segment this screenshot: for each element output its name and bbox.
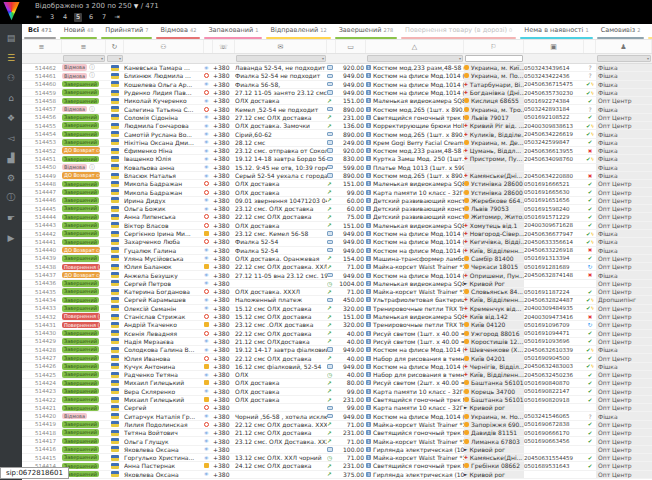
table-row[interactable]: 514456ЗавершенийСоломія Сідоніна✳+38027.… bbox=[22, 114, 652, 122]
ttn-number[interactable]: 20400309473416 bbox=[524, 313, 584, 320]
client-phone[interactable]: +380 bbox=[213, 72, 235, 79]
ttn-number[interactable]: 0501691094471 bbox=[524, 330, 584, 337]
tab-Повернення товару (в дорозі)[interactable]: Повернення товару (в дорозі) 0 bbox=[399, 24, 518, 39]
client-phone[interactable]: +380 bbox=[213, 213, 235, 220]
client-phone[interactable]: +380 bbox=[213, 421, 235, 428]
table-row[interactable]: 514457ВідмоваⓘСалегина Татьяна С...+380К… bbox=[22, 105, 652, 113]
client-phone[interactable]: +380 bbox=[213, 238, 235, 245]
ttn-number[interactable] bbox=[524, 471, 584, 478]
column-product-filter-select[interactable]: ▾ bbox=[367, 55, 463, 62]
column-address-filter-input[interactable] bbox=[465, 55, 523, 62]
warehouse-icon[interactable]: ⌂ bbox=[2, 88, 20, 107]
ttn-number[interactable]: 20450633356614 bbox=[524, 238, 584, 245]
ttn-number[interactable]: 20450636677947 bbox=[524, 230, 584, 237]
table-row[interactable]: 514461ВідмоваⓘБлизнюк Людмила ...+380Фиа… bbox=[22, 72, 652, 80]
tab-Відмова[interactable]: Відмова 42 bbox=[154, 24, 202, 39]
table-row[interactable]: 514443ЗавершенийВіктор Власов+380ОЛХ дос… bbox=[22, 222, 652, 230]
table-row[interactable]: 514425ЗавершенийРадченко Тетяна✳+380ОЛХ◷… bbox=[22, 371, 652, 379]
chevron-down-icon[interactable]: ▼ bbox=[134, 2, 139, 9]
table-row[interactable]: 514421ЗавершенийСергей+38099.001Карта па… bbox=[22, 404, 652, 412]
table-row[interactable]: 514442ЗавершенийСергієнко Ірина Ми...+38… bbox=[22, 230, 652, 238]
client-phone[interactable]: +380 bbox=[213, 388, 235, 395]
info-icon[interactable]: ⓘ bbox=[89, 164, 95, 171]
client-phone[interactable]: +380 bbox=[213, 147, 235, 154]
column-payment-header[interactable] bbox=[327, 40, 336, 53]
client-phone[interactable]: +380 bbox=[213, 105, 235, 112]
page-button[interactable]: 6 bbox=[87, 13, 95, 22]
ttn-number[interactable]: 20450633226918 bbox=[524, 247, 584, 254]
tab-Прийнятий[interactable]: Прийнятий 7 bbox=[99, 24, 154, 39]
ttn-number[interactable]: 20450632610339 bbox=[524, 346, 584, 353]
ttn-number[interactable]: 20450636613955 bbox=[524, 147, 584, 154]
info-icon[interactable]: ⓘ bbox=[89, 72, 95, 79]
ttn-number[interactable] bbox=[524, 280, 584, 287]
page-button[interactable]: 3 bbox=[48, 13, 56, 22]
ttn-number[interactable]: 0503242893184 bbox=[524, 105, 584, 112]
ttn-number[interactable]: 0501690666170 bbox=[524, 429, 584, 436]
page-last-button[interactable]: ⇥ bbox=[113, 13, 121, 22]
tab-Запакований[interactable]: Запакований 1 bbox=[202, 24, 264, 39]
column-site-header[interactable] bbox=[204, 40, 213, 53]
table-row[interactable]: 514448ЗавершенийМикола Бадражан+380ОЛХ д… bbox=[22, 180, 652, 188]
client-phone[interactable]: +380 bbox=[213, 81, 235, 88]
client-phone[interactable]: +380 bbox=[213, 122, 235, 129]
table-row[interactable]: 514454ЗавершенийСамотій Руслана Во...✳+3… bbox=[22, 130, 652, 138]
client-phone[interactable]: +380 bbox=[213, 64, 235, 71]
client-phone[interactable]: +380 bbox=[213, 396, 235, 403]
client-phone[interactable]: +380 bbox=[213, 429, 235, 436]
client-phone[interactable]: +380 bbox=[213, 188, 235, 195]
table-row[interactable]: 514459ЗавершенийРуденко Лидия Пав...+380… bbox=[22, 89, 652, 97]
table-row[interactable]: 514433ЗавершенийОлексій Семанін✳+38015.1… bbox=[22, 305, 652, 313]
purchases-icon[interactable]: ❖ bbox=[2, 108, 20, 127]
ttn-number[interactable]: 20450632874148 bbox=[524, 271, 584, 278]
ttn-number[interactable]: 0501691093696 bbox=[524, 338, 584, 345]
client-phone[interactable]: +380 bbox=[213, 462, 235, 469]
table-row[interactable]: 514419ЗавершенийЛилия Подолинская+38022.… bbox=[22, 421, 652, 429]
ttn-number[interactable]: 0501691598240 bbox=[524, 205, 584, 212]
column-client-header[interactable]: ⚇ bbox=[124, 40, 204, 53]
statistics-icon[interactable]: ▟ bbox=[2, 148, 20, 167]
orders-icon[interactable]: ☰ bbox=[2, 48, 20, 67]
client-phone[interactable]: +380 bbox=[213, 412, 235, 419]
ttn-number[interactable] bbox=[524, 404, 584, 411]
table-row[interactable]: 514440ДО Возврат ск..Гуцалюк Галина✳+380… bbox=[22, 247, 652, 255]
ttn-number[interactable]: 0501691313394 bbox=[524, 255, 584, 262]
client-phone[interactable]: +380 bbox=[213, 446, 235, 453]
ttn-number[interactable]: 0501690822147 bbox=[524, 388, 584, 395]
client-phone[interactable]: +380 bbox=[213, 230, 235, 237]
page-button[interactable]: 5 bbox=[74, 13, 82, 22]
ttn-number[interactable]: 0501690840870 bbox=[524, 379, 584, 386]
column-phone-header[interactable]: ☏ bbox=[213, 40, 235, 53]
client-phone[interactable]: +380 bbox=[213, 338, 235, 345]
column-ttn-header[interactable]: ▣ bbox=[524, 40, 584, 53]
ttn-number[interactable]: 0501691666521 bbox=[524, 180, 584, 187]
ttn-number[interactable]: 20450636715475 bbox=[524, 81, 584, 88]
client-phone[interactable]: +380 bbox=[213, 139, 235, 146]
video-icon[interactable]: ▶ bbox=[2, 228, 20, 247]
tab-Нема в наявності[interactable]: Нема в наявності 1 bbox=[518, 24, 594, 39]
ttn-number[interactable]: 0501689531643 bbox=[524, 462, 584, 469]
info-icon[interactable]: ⓘ bbox=[2, 188, 20, 207]
ttn-number[interactable]: 20450632483003 bbox=[524, 363, 584, 370]
client-phone[interactable]: +380 bbox=[213, 271, 235, 278]
client-phone[interactable]: +380 bbox=[213, 330, 235, 337]
client-phone[interactable]: +380 bbox=[213, 247, 235, 254]
column-country-filter-select[interactable]: ▾ bbox=[107, 55, 123, 62]
info-icon[interactable]: ⓘ bbox=[89, 64, 95, 71]
table-row[interactable]: 514430ЗавершенийКсенія Левадняя+38022.12… bbox=[22, 330, 652, 338]
table-row[interactable]: 514414ЗавершенийАнна Пастернак+38024.12 … bbox=[22, 462, 652, 470]
client-phone[interactable]: +380 bbox=[213, 363, 235, 370]
ttn-number[interactable]: 0501690672838 bbox=[524, 421, 584, 428]
client-phone[interactable]: +380 bbox=[213, 255, 235, 262]
ttn-number[interactable]: 20450631554459 bbox=[524, 454, 584, 461]
table-row[interactable]: 514460ЗавершенийКошелева Ольга Ар...✳+38… bbox=[22, 81, 652, 89]
column-source-filter-select[interactable]: ▾ bbox=[597, 55, 651, 62]
table-row[interactable]: 514438Повернення (з..Юлия Баланюк+38022.… bbox=[22, 263, 652, 271]
table-row[interactable]: 514447ЗавершенийМикола Бадражан+380ОЛХ д… bbox=[22, 188, 652, 196]
client-phone[interactable]: +380 bbox=[213, 354, 235, 361]
ttn-number[interactable]: 20450634098760 bbox=[524, 155, 584, 162]
column-ttn-status-header[interactable] bbox=[584, 40, 596, 53]
table-row[interactable]: 514420ВідмоваСитарчук Наталія Гр...✳+380… bbox=[22, 412, 652, 420]
tab-Відправлений[interactable]: Відправлений 12 bbox=[264, 24, 332, 39]
table-row[interactable]: 514422ЗавершенийМихаил Гилецький+380ОЛХ … bbox=[22, 396, 652, 404]
